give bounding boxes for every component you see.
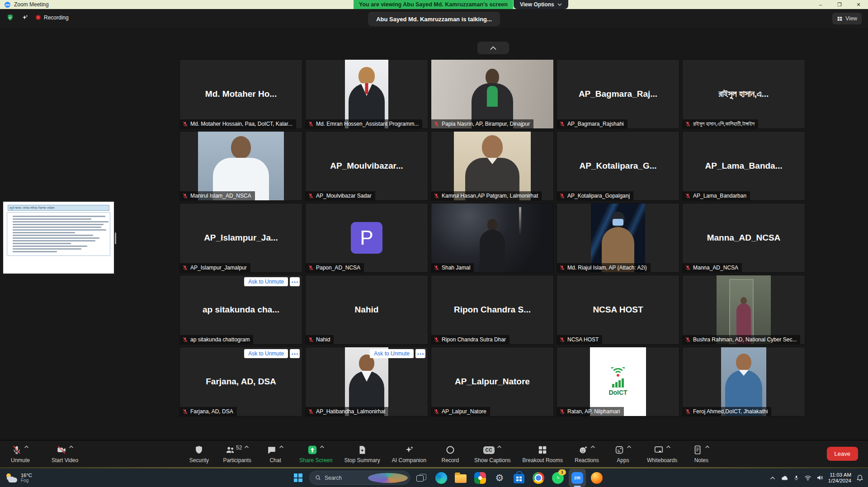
participant-tile[interactable]: Ripon Chandra S...Ripon Chandra Sutra Dh…: [431, 275, 553, 344]
taskbar-search[interactable]: Search: [309, 471, 410, 485]
participant-tile[interactable]: Ask to Unmute⋯AP_Hatibandha_Lalmonirhat: [306, 347, 428, 416]
task-view-button[interactable]: [413, 469, 430, 487]
ask-to-unmute-button[interactable]: Ask to Unmute: [370, 349, 414, 358]
wifi-icon[interactable]: [804, 475, 811, 481]
windows-logo-icon: [294, 473, 302, 482]
toolbar-whiteboards[interactable]: Whiteboards: [647, 444, 677, 463]
toolbar-chat[interactable]: Chat: [263, 444, 288, 463]
toolbar-breakout-rooms[interactable]: Breakout Rooms: [523, 444, 563, 463]
participant-tile[interactable]: Kamrul Hasan,AP Patgram, Lalmonirhat: [431, 132, 553, 200]
view-layout-button[interactable]: View: [832, 13, 862, 24]
mic-muted-icon: [434, 121, 439, 127]
toolbar-start-video[interactable]: Start Video: [52, 444, 78, 463]
collapse-gallery-button[interactable]: [477, 42, 509, 54]
ai-companion-status-icon[interactable]: [21, 14, 28, 21]
participant-tile[interactable]: Manirul Islam_AD_NSCA: [180, 132, 302, 200]
participant-tile[interactable]: Md. Motaher Ho...Md. Motaher Hossain, Pa…: [180, 60, 302, 128]
chevron-up-icon[interactable]: [244, 444, 249, 450]
reactions-icon: [578, 445, 588, 455]
toolbar-stop-summary[interactable]: Stop Summary: [344, 444, 380, 463]
title-bar: zm Zoom Meeting You are viewing Abu Saye…: [0, 0, 868, 9]
taskbar-file-explorer[interactable]: [452, 469, 469, 487]
participant-name-label: Md. Emran Hossen_Assistant Programm...: [306, 119, 422, 128]
toolbar-ai-companion[interactable]: AI Companion: [392, 444, 426, 463]
chevron-up-icon[interactable]: [590, 444, 595, 450]
participant-tile[interactable]: PPapon_AD_NCSA: [306, 203, 428, 272]
participant-video: [721, 347, 766, 416]
toolbar-notes[interactable]: Notes: [689, 444, 713, 463]
shared-screen-preview[interactable]: চতুর্থ অধ্যায়: কার্যকর সাইবার নিরাপত্তা…: [3, 201, 114, 274]
view-options-button[interactable]: View Options: [514, 0, 568, 9]
chevron-up-icon[interactable]: [627, 444, 632, 450]
participant-tile[interactable]: ap sitakunda cha...Ask to Unmute⋯ap sita…: [180, 275, 302, 344]
maximize-button[interactable]: ❐: [830, 0, 849, 9]
toolbar-unmute[interactable]: Unmute: [8, 444, 33, 463]
toolbar-participants[interactable]: 52Participants: [223, 444, 251, 463]
participant-tile[interactable]: AP_Lalpur_NatoreAP_Lalpur_Natore: [431, 347, 553, 416]
participant-tile[interactable]: Feroj Ahmed,DoICT, Jhalakathi: [683, 347, 805, 416]
chevron-up-icon[interactable]: [24, 444, 29, 450]
toolbar-share-screen[interactable]: Share Screen: [299, 444, 332, 463]
toolbar-apps[interactable]: Apps: [611, 444, 635, 463]
start-button[interactable]: [289, 469, 307, 487]
taskbar-clock[interactable]: 11:03 AM 1/24/2024: [828, 472, 851, 484]
notifications-bell-icon[interactable]: [856, 474, 863, 482]
tray-expand-icon[interactable]: [770, 476, 775, 480]
participant-tile[interactable]: NahidNahid: [306, 275, 428, 344]
chevron-up-icon[interactable]: [666, 444, 671, 450]
close-button[interactable]: ✕: [849, 0, 868, 9]
preview-resize-handle[interactable]: [115, 232, 116, 244]
recording-indicator[interactable]: Recording: [36, 14, 69, 21]
chevron-up-icon[interactable]: [69, 444, 74, 450]
chevron-up-icon[interactable]: [279, 444, 284, 450]
participant-tile[interactable]: NCSA HOSTNCSA HOST: [557, 275, 679, 344]
ask-to-unmute-button[interactable]: Ask to Unmute: [244, 349, 288, 358]
toolbar-security[interactable]: Security: [187, 444, 211, 463]
taskbar-store[interactable]: [510, 469, 528, 487]
taskbar-zoom[interactable]: zm: [569, 469, 586, 487]
record-icon: [445, 445, 455, 455]
leave-button[interactable]: Leave: [827, 447, 858, 461]
participant-tile[interactable]: Shah Jamal: [431, 203, 553, 272]
taskbar-settings[interactable]: ⚙: [491, 469, 508, 487]
mic-muted-icon: [308, 121, 314, 127]
more-options-button[interactable]: ⋯: [415, 349, 425, 358]
participant-tile[interactable]: Manna_AD_NCSAManna_AD_NCSA: [683, 203, 805, 272]
taskbar-weather-widget[interactable]: 16°C Fog: [5, 473, 32, 483]
taskbar-photos[interactable]: [472, 469, 489, 487]
participant-tile[interactable]: AP_Kotalipara_G...AP_Kotalipara_Gopalgan…: [557, 132, 679, 200]
participant-tile[interactable]: Papia Nasrin, AP, Birampur, Dinajpur: [431, 60, 553, 128]
participant-tile[interactable]: AP_Bagmara_Raj...AP_Bagmara_Rajshahi: [557, 60, 679, 128]
onedrive-icon[interactable]: [780, 475, 788, 481]
participant-tile[interactable]: Md. Emran Hossen_Assistant Programm...: [306, 60, 428, 128]
participant-tile[interactable]: AP_Islampur_Ja...AP_Islampur_Jamalpur: [180, 203, 302, 272]
taskbar-whatsapp[interactable]: 1: [549, 469, 566, 487]
more-options-button[interactable]: ⋯: [290, 349, 300, 358]
ask-to-unmute-button[interactable]: Ask to Unmute: [244, 277, 288, 286]
taskbar-chrome[interactable]: [530, 469, 547, 487]
participant-tile[interactable]: Md. Riajul Islam, AP (Attach: A2i): [557, 203, 679, 272]
more-options-button[interactable]: ⋯: [290, 277, 300, 286]
participant-tile[interactable]: রাইসুল হাসান,এ...রাইসুল হাসান,এপি,কালিহা…: [683, 60, 805, 128]
volume-icon[interactable]: [816, 475, 823, 481]
encryption-shield-icon[interactable]: [6, 14, 14, 21]
chevron-up-icon[interactable]: [705, 444, 710, 450]
participant-big-name: Ripon Chandra S...: [431, 275, 553, 344]
participant-tile[interactable]: AP_Moulvibazar...AP_Moulvibazar Sadar: [306, 132, 428, 200]
toolbar-show-captions[interactable]: CCShow Captions: [474, 444, 511, 463]
chevron-up-icon[interactable]: [497, 444, 502, 450]
meeting-main-area: চতুর্থ অধ্যায়: কার্যকর সাইবার নিরাপত্তা…: [0, 28, 868, 440]
clock-time: 11:03 AM: [830, 472, 851, 478]
taskbar-edge[interactable]: [433, 469, 450, 487]
mic-icon[interactable]: [793, 475, 799, 481]
toolbar-reactions[interactable]: Reactions: [575, 444, 599, 463]
toolbar-record[interactable]: Record: [438, 444, 462, 463]
minimize-button[interactable]: –: [811, 0, 830, 9]
participant-tile[interactable]: Bushra Rahman, AD, National Cyber Sec...: [683, 275, 805, 344]
participant-tile[interactable]: DoICTRatan, AP, Nilphamari: [557, 347, 679, 416]
chevron-up-icon[interactable]: [320, 444, 325, 450]
taskbar-firefox[interactable]: [588, 469, 605, 487]
participant-tile[interactable]: AP_Lama_Banda...AP_Lama_Bandarban: [683, 132, 805, 200]
participant-tile[interactable]: Farjana, AD, DSAAsk to Unmute⋯Farjana, A…: [180, 347, 302, 416]
mic-muted-icon: [685, 337, 691, 343]
